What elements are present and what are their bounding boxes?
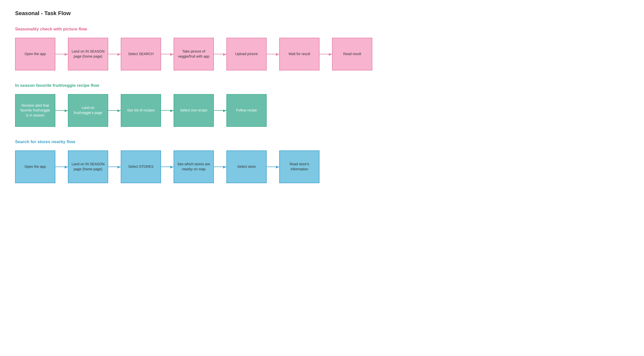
flow-section-recipe-flow: In season favorite fruit/veggie recipe f… <box>15 83 629 127</box>
flow-box-seasonality-check-2: Select SEARCH <box>121 38 161 70</box>
flow-box-recipe-flow-2: See list of recipes <box>121 94 161 127</box>
flow-box-stores-flow-4: Select store <box>226 150 267 183</box>
flow-box-seasonality-check-6: Read result <box>332 38 372 70</box>
flow-row-seasonality-check: Open the appLand on IN SEASON page (home… <box>15 38 629 70</box>
flow-box-stores-flow-1: Land on IN SEASON page (home page) <box>68 150 108 183</box>
flow-label-seasonality-check: Seasonality check with picture flow <box>15 27 629 32</box>
flow-box-stores-flow-5: Read store's information <box>279 150 319 183</box>
flow-box-seasonality-check-0: Open the app <box>15 38 55 70</box>
flow-box-recipe-flow-4: Follow recipe <box>226 94 267 127</box>
flow-row-stores-flow: Open the appLand on IN SEASON page (home… <box>15 150 629 183</box>
flow-box-recipe-flow-1: Land on fruit/veggie's page <box>68 94 108 127</box>
flow-box-seasonality-check-4: Upload picture <box>226 38 267 70</box>
flow-label-stores-flow: Search for stores nearby flow <box>15 139 629 144</box>
flow-row-recipe-flow: Receive alert that favorite fruit/veggie… <box>15 94 629 127</box>
flow-box-recipe-flow-3: Select one recipe <box>174 94 214 127</box>
flow-box-stores-flow-3: See which stores are nearby on map <box>174 150 214 183</box>
flow-section-stores-flow: Search for stores nearby flowOpen the ap… <box>15 139 629 183</box>
flow-box-stores-flow-2: Select STORES <box>121 150 161 183</box>
flow-box-stores-flow-0: Open the app <box>15 150 55 183</box>
flow-box-seasonality-check-1: Land on IN SEASON page (home page) <box>68 38 108 70</box>
flow-label-recipe-flow: In season favorite fruit/veggie recipe f… <box>15 83 629 88</box>
flow-box-seasonality-check-5: Wait for result <box>279 38 319 70</box>
page-title: Seasonal - Task Flow <box>15 10 629 17</box>
flow-box-seasonality-check-3: Take picture of veggie/fruit with app <box>174 38 214 70</box>
flow-box-recipe-flow-0: Receive alert that favorite fruit/veggie… <box>15 94 55 127</box>
flow-section-seasonality-check: Seasonality check with picture flowOpen … <box>15 27 629 70</box>
